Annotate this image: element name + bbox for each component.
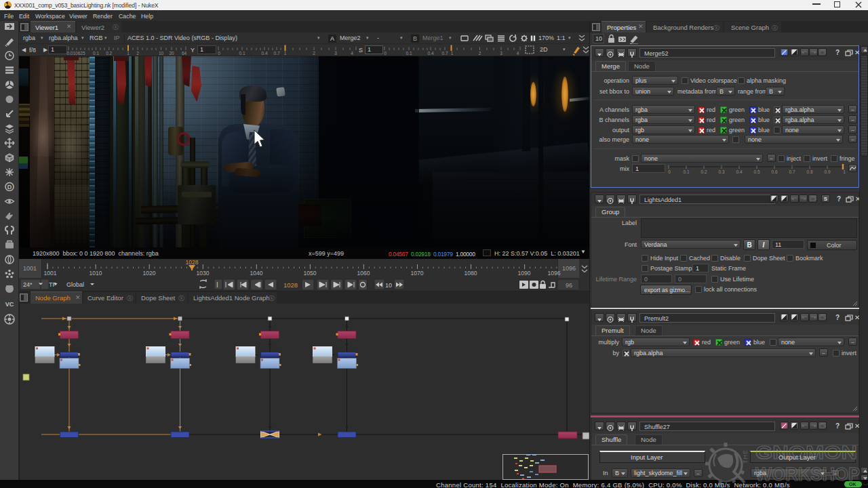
- svg-text:2: 2: [136, 51, 139, 56]
- svg-text:10: 10: [385, 282, 392, 289]
- svg-text:0.6: 0.6: [771, 169, 777, 174]
- svg-text:2: 2: [313, 51, 315, 56]
- svg-text:0.010625: 0.010625: [66, 51, 85, 56]
- svg-text:0.7: 0.7: [273, 51, 279, 56]
- svg-text:1030: 1030: [197, 270, 210, 277]
- svg-text:1: 1: [284, 51, 287, 56]
- svg-text:0.7: 0.7: [789, 169, 795, 174]
- svg-text:GNOMON: GNOMON: [755, 442, 857, 463]
- svg-text:D: D: [7, 184, 12, 190]
- svg-text:0.4: 0.4: [427, 51, 433, 56]
- svg-text:1: 1: [843, 169, 846, 174]
- svg-text:I: I: [216, 281, 218, 289]
- svg-text:1096: 1096: [548, 270, 561, 277]
- svg-text:1020: 1020: [143, 270, 156, 277]
- svg-text:3: 3: [500, 51, 502, 56]
- svg-text:0.3: 0.3: [718, 169, 724, 174]
- svg-text:1040: 1040: [250, 270, 263, 277]
- svg-text:1: 1: [127, 51, 130, 56]
- svg-text:0.4: 0.4: [261, 51, 267, 56]
- svg-text:0.2: 0.2: [106, 51, 112, 56]
- svg-text:4: 4: [351, 51, 353, 56]
- svg-text:1050: 1050: [304, 270, 317, 277]
- svg-text:0.1: 0.1: [93, 51, 99, 56]
- svg-text:0.8: 0.8: [806, 169, 812, 174]
- svg-text:64: 64: [182, 51, 187, 56]
- svg-text:0.5: 0.5: [753, 169, 760, 174]
- svg-text:1080: 1080: [465, 270, 477, 277]
- svg-text:1090: 1090: [518, 270, 531, 277]
- svg-text:0.1: 0.1: [406, 51, 412, 56]
- svg-text:1028: 1028: [283, 281, 298, 289]
- svg-text:0: 0: [384, 51, 387, 56]
- svg-text:0.1: 0.1: [239, 51, 245, 56]
- svg-text:20: 20: [169, 51, 174, 56]
- svg-text:24*: 24*: [23, 281, 33, 288]
- svg-text:Global: Global: [66, 281, 84, 288]
- svg-text:0.9: 0.9: [824, 169, 830, 174]
- svg-text:1070: 1070: [411, 270, 424, 277]
- svg-text:1028: 1028: [186, 259, 199, 266]
- svg-text:0: 0: [218, 51, 220, 56]
- svg-text:4: 4: [517, 51, 519, 56]
- svg-text:1: 1: [451, 51, 454, 56]
- svg-text:0.2: 0.2: [701, 169, 707, 174]
- svg-text:3: 3: [334, 51, 337, 56]
- svg-text:0: 0: [668, 169, 671, 174]
- svg-text:0.4: 0.4: [736, 169, 742, 174]
- svg-text:0.1: 0.1: [683, 169, 689, 174]
- svg-text:WORKSHOP: WORKSHOP: [755, 464, 860, 485]
- svg-text:VC: VC: [5, 301, 14, 308]
- svg-text:1060: 1060: [357, 270, 370, 277]
- svg-text:THE: THE: [742, 449, 749, 464]
- svg-text:10: 10: [159, 51, 164, 56]
- svg-text:0.7: 0.7: [441, 51, 448, 56]
- svg-text:2: 2: [479, 51, 481, 56]
- svg-text:1001: 1001: [44, 270, 57, 277]
- svg-text:1010: 1010: [90, 270, 102, 277]
- svg-text:96: 96: [566, 282, 572, 289]
